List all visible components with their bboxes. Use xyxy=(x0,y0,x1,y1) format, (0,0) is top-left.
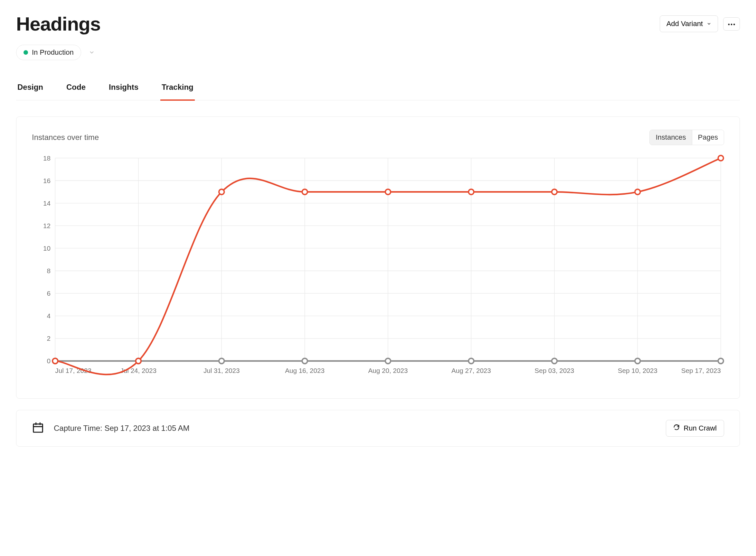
refresh-icon xyxy=(673,424,680,432)
data-point xyxy=(718,358,723,364)
data-point xyxy=(219,358,224,364)
data-point xyxy=(385,358,391,364)
tab-design[interactable]: Design xyxy=(16,83,44,101)
y-tick-label: 10 xyxy=(43,245,51,252)
tab-insights[interactable]: Insights xyxy=(107,83,140,101)
y-tick-label: 4 xyxy=(47,312,51,319)
status-dot-icon xyxy=(24,50,28,55)
svg-point-2 xyxy=(733,24,735,25)
capture-card: Capture Time: Sep 17, 2023 at 1:05 AM Ru… xyxy=(16,410,740,447)
tab-tracking[interactable]: Tracking xyxy=(160,83,195,101)
capture-time-text: Capture Time: Sep 17, 2023 at 1:05 AM xyxy=(54,424,190,433)
chart: 024681012141618Jul 17, 2023Jul 24, 2023J… xyxy=(32,155,724,382)
y-tick-label: 16 xyxy=(43,177,51,184)
y-tick-label: 2 xyxy=(47,335,51,342)
svg-point-0 xyxy=(728,24,730,25)
chevron-down-icon[interactable] xyxy=(89,49,95,55)
y-tick-label: 6 xyxy=(47,289,51,297)
y-tick-label: 12 xyxy=(43,222,51,230)
data-point xyxy=(136,358,141,364)
data-point xyxy=(385,189,391,195)
data-point xyxy=(53,358,58,364)
y-tick-label: 8 xyxy=(47,267,51,274)
data-point xyxy=(468,358,474,364)
run-crawl-label: Run Crawl xyxy=(684,424,717,432)
status-label: In Production xyxy=(32,48,74,57)
calendar-icon xyxy=(32,421,44,435)
chart-title: Instances over time xyxy=(32,133,99,142)
data-point xyxy=(302,358,307,364)
chart-card: Instances over time InstancesPages 02468… xyxy=(16,116,740,399)
data-point xyxy=(219,189,224,195)
data-point xyxy=(468,189,474,195)
x-tick-label: Sep 10, 2023 xyxy=(618,367,657,374)
y-tick-label: 18 xyxy=(43,155,51,162)
more-button[interactable] xyxy=(723,18,740,31)
x-tick-label: Aug 20, 2023 xyxy=(368,367,408,374)
y-tick-label: 14 xyxy=(43,200,51,207)
status-pill[interactable]: In Production xyxy=(16,45,81,60)
tab-code[interactable]: Code xyxy=(65,83,87,101)
add-variant-label: Add Variant xyxy=(666,20,703,28)
data-point xyxy=(552,358,557,364)
x-tick-label: Sep 03, 2023 xyxy=(534,367,574,374)
data-point xyxy=(635,189,640,195)
tabs: DesignCodeInsightsTracking xyxy=(16,83,740,100)
svg-point-1 xyxy=(731,24,732,25)
page-title: Headings xyxy=(16,13,100,35)
svg-rect-22 xyxy=(33,424,43,432)
x-tick-label: Aug 16, 2023 xyxy=(285,367,325,374)
chevron-down-icon xyxy=(707,20,711,28)
add-variant-button[interactable]: Add Variant xyxy=(660,15,718,32)
data-point xyxy=(302,189,307,195)
toggle-pages[interactable]: Pages xyxy=(692,130,724,145)
y-tick-label: 0 xyxy=(47,357,51,364)
run-crawl-button[interactable]: Run Crawl xyxy=(666,420,724,437)
more-icon xyxy=(728,22,735,26)
data-point xyxy=(552,189,557,195)
x-tick-label: Aug 27, 2023 xyxy=(451,367,491,374)
x-tick-label: Sep 17, 2023 xyxy=(681,367,721,374)
data-point xyxy=(718,155,723,161)
chart-toggle-group: InstancesPages xyxy=(650,130,724,145)
x-tick-label: Jul 31, 2023 xyxy=(203,367,240,374)
data-point xyxy=(635,358,640,364)
toggle-instances[interactable]: Instances xyxy=(650,130,692,145)
